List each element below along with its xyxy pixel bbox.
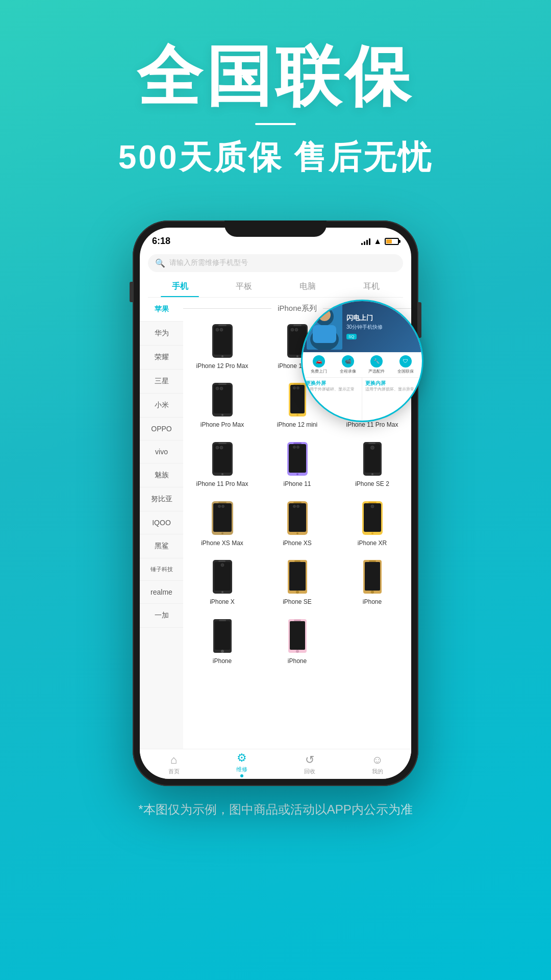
product-image bbox=[206, 323, 239, 359]
phone-mockup: 6:18 ▲ 🔍 请输入所需维修手机型号 bbox=[133, 220, 418, 786]
svg-point-58 bbox=[221, 505, 224, 507]
svg-point-5 bbox=[220, 328, 223, 331]
tab-phone[interactable]: 手机 bbox=[148, 276, 212, 297]
svg-point-72 bbox=[221, 591, 223, 593]
sidebar-item-apple[interactable]: 苹果 bbox=[140, 298, 183, 322]
brand-sidebar: 苹果 华为 荣耀 三星 小米 OPPO vivo 魅族 努比亚 IQOO 黑鲨 … bbox=[140, 298, 183, 749]
svg-rect-80 bbox=[365, 562, 380, 591]
product-name: iPhone XS Max bbox=[201, 540, 243, 548]
nav-home-label: 首页 bbox=[168, 768, 180, 775]
svg-rect-62 bbox=[293, 502, 302, 503]
sidebar-item-hammer[interactable]: 锤子科技 bbox=[140, 558, 183, 581]
sidebar-item-vivo[interactable]: vivo bbox=[140, 440, 183, 463]
svg-rect-3 bbox=[218, 325, 227, 326]
record-icon: 📹 bbox=[342, 355, 354, 368]
sidebar-item-huawei[interactable]: 华为 bbox=[140, 322, 183, 346]
svg-rect-95 bbox=[313, 325, 336, 343]
list-item[interactable]: iPhone X bbox=[185, 553, 259, 611]
list-item[interactable]: iPhone bbox=[335, 553, 409, 611]
list-item[interactable]: iPhone bbox=[260, 612, 334, 671]
nav-home[interactable]: ⌂ 首页 bbox=[140, 749, 208, 779]
svg-point-85 bbox=[221, 650, 224, 653]
list-item[interactable]: iPhone XR bbox=[335, 495, 409, 553]
product-image bbox=[281, 500, 314, 536]
svg-point-8 bbox=[296, 355, 298, 357]
svg-point-22 bbox=[216, 387, 219, 390]
svg-rect-39 bbox=[218, 443, 227, 444]
sidebar-item-oneplus[interactable]: 一加 bbox=[140, 604, 183, 628]
sidebar-item-realme[interactable]: realme bbox=[140, 581, 183, 604]
product-image bbox=[281, 440, 314, 477]
product-image bbox=[356, 440, 389, 477]
banner-badge: SQ bbox=[346, 334, 357, 339]
free-visit-label: 免费上门 bbox=[311, 369, 327, 374]
battery-icon bbox=[385, 238, 399, 245]
list-item[interactable]: iPhone XS bbox=[260, 495, 334, 553]
popup-container: 闪电上门 30分钟手机快修 SQ 🚗 免费上门 📹 bbox=[301, 300, 423, 422]
svg-rect-84 bbox=[215, 621, 230, 650]
outer-screen-title: 更换外屏 bbox=[306, 380, 359, 387]
svg-point-57 bbox=[218, 505, 220, 507]
hero-divider bbox=[255, 123, 296, 125]
nav-recycle[interactable]: ↺ 回收 bbox=[276, 749, 343, 779]
sidebar-item-meizu[interactable]: 魅族 bbox=[140, 463, 183, 487]
svg-point-69 bbox=[371, 505, 374, 508]
service-item-parts: 🔧 严选配件 bbox=[368, 355, 385, 374]
svg-rect-88 bbox=[290, 621, 305, 650]
list-item[interactable]: iPhone XS Max bbox=[185, 495, 259, 553]
product-image bbox=[206, 381, 239, 418]
status-icons: ▲ bbox=[361, 237, 399, 246]
home-icon: ⌂ bbox=[170, 753, 177, 767]
svg-point-11 bbox=[295, 328, 298, 331]
list-item[interactable]: iPhone bbox=[185, 612, 259, 671]
list-item[interactable]: iPhone SE 2 bbox=[335, 435, 409, 494]
list-item[interactable]: iPhone 12 Pro Max bbox=[185, 317, 259, 376]
nav-repair-label: 维修 bbox=[236, 766, 247, 773]
nav-repair[interactable]: ⚙ 维修 bbox=[208, 749, 276, 779]
list-item[interactable]: iPhone 11 bbox=[260, 435, 334, 494]
svg-rect-68 bbox=[368, 502, 377, 503]
svg-point-20 bbox=[221, 414, 223, 416]
popup-banner: 闪电上门 30分钟手机快修 SQ bbox=[303, 301, 422, 352]
sidebar-item-oppo[interactable]: OPPO bbox=[140, 418, 183, 440]
popup-options: 更换外屏 适用于外屏破碎、显示正常 更换内屏 适用于内屏损坏、显示异常 bbox=[303, 377, 422, 421]
svg-point-26 bbox=[296, 414, 298, 416]
product-name: iPhone bbox=[288, 657, 307, 666]
sidebar-item-nubia[interactable]: 努比亚 bbox=[140, 487, 183, 511]
product-name: iPhone Pro Max bbox=[201, 421, 244, 429]
parts-label: 严选配件 bbox=[368, 369, 385, 374]
svg-point-61 bbox=[296, 532, 298, 534]
parts-icon: 🔧 bbox=[370, 355, 383, 368]
product-name: iPhone 11 Pro Max bbox=[196, 480, 248, 488]
banner-sub-text: 30分钟手机快修 bbox=[346, 324, 418, 331]
tab-computer[interactable]: 电脑 bbox=[276, 276, 339, 297]
sidebar-item-samsung[interactable]: 三星 bbox=[140, 370, 183, 394]
svg-rect-86 bbox=[219, 620, 226, 621]
search-bar[interactable]: 🔍 请输入所需维修手机型号 bbox=[148, 254, 403, 272]
nav-active-dot bbox=[240, 774, 243, 777]
svg-point-74 bbox=[221, 564, 224, 567]
option-inner-screen: 更换内屏 适用于内屏损坏、显示异常 bbox=[362, 377, 422, 421]
list-item[interactable]: iPhone Pro Max bbox=[185, 376, 259, 434]
tab-tablet[interactable]: 平板 bbox=[212, 276, 276, 297]
product-name: iPhone 11 Pro Max bbox=[346, 421, 398, 429]
product-name: iPhone XS bbox=[283, 540, 312, 548]
product-name: iPhone SE bbox=[283, 598, 312, 606]
repair-icon: ⚙ bbox=[237, 751, 247, 765]
list-item[interactable]: iPhone SE bbox=[260, 553, 334, 611]
product-image bbox=[206, 500, 239, 536]
sidebar-item-blackshark[interactable]: 黑鲨 bbox=[140, 534, 183, 558]
svg-point-28 bbox=[293, 387, 295, 389]
nav-profile[interactable]: ☺ 我的 bbox=[343, 749, 411, 779]
sidebar-item-xiaomi[interactable]: 小米 bbox=[140, 394, 183, 418]
sidebar-item-iqoo[interactable]: IQOO bbox=[140, 511, 183, 534]
hero-subtitle: 500天质保 售后无忧 bbox=[20, 135, 531, 180]
list-item[interactable]: iPhone 11 Pro Max bbox=[185, 435, 259, 494]
footer-note: *本图仅为示例，图中商品或活动以APP内公示为准 bbox=[0, 786, 551, 843]
sidebar-item-honor[interactable]: 荣耀 bbox=[140, 346, 183, 370]
tab-earphone[interactable]: 耳机 bbox=[339, 276, 403, 297]
outer-screen-desc: 适用于外屏破碎、显示正常 bbox=[306, 387, 359, 392]
svg-point-77 bbox=[296, 591, 299, 594]
battery-fill bbox=[386, 239, 392, 243]
category-tabs: 手机 平板 电脑 耳机 bbox=[148, 276, 403, 298]
